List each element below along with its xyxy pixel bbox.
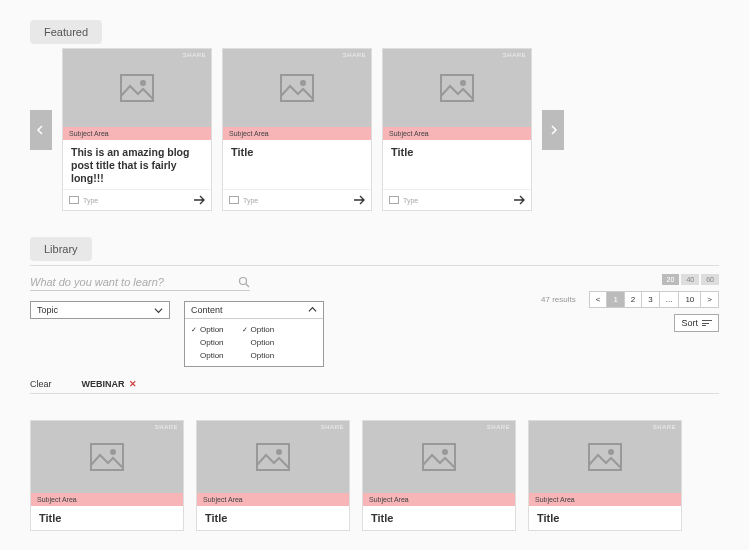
- share-button[interactable]: SHARE: [321, 424, 344, 430]
- pager-page[interactable]: 10: [678, 291, 701, 308]
- chevron-up-icon: [308, 305, 317, 314]
- subject-badge: Subject Area: [223, 127, 371, 140]
- option-item[interactable]: ✓Option: [191, 349, 224, 362]
- share-button[interactable]: SHARE: [653, 424, 676, 430]
- subject-badge: Subject Area: [383, 127, 531, 140]
- svg-point-10: [276, 449, 282, 455]
- card-footer: Type: [223, 189, 371, 210]
- share-button[interactable]: SHARE: [487, 424, 510, 430]
- image-placeholder-icon: [90, 443, 124, 471]
- results-count: 47 results: [541, 295, 576, 304]
- type-icon: [389, 196, 399, 204]
- type-label: Type: [83, 197, 98, 204]
- pager-page[interactable]: 1: [606, 291, 624, 308]
- share-button[interactable]: SHARE: [503, 52, 526, 58]
- pager-prev[interactable]: <: [589, 291, 608, 308]
- option-item[interactable]: ✓Option: [242, 336, 275, 349]
- card-image: SHARE: [197, 421, 349, 493]
- page-size-option[interactable]: 60: [701, 274, 719, 285]
- library-card[interactable]: SHARE Subject Area Title: [30, 420, 184, 531]
- featured-card[interactable]: SHARE Subject Area Title Type: [222, 48, 372, 211]
- card-image: SHARE: [529, 421, 681, 493]
- card-image: SHARE: [63, 49, 211, 127]
- divider: [30, 265, 719, 266]
- search-input[interactable]: What do you want to learn?: [30, 274, 250, 291]
- arrow-right-icon: [548, 125, 558, 135]
- option-label: Option: [200, 325, 224, 334]
- library-card[interactable]: SHARE Subject Area Title: [362, 420, 516, 531]
- featured-card[interactable]: SHARE Subject Area This is an amazing bl…: [62, 48, 212, 211]
- image-placeholder-icon: [588, 443, 622, 471]
- option-label: Option: [251, 338, 275, 347]
- pager-page[interactable]: 3: [641, 291, 659, 308]
- image-placeholder-icon: [256, 443, 290, 471]
- type-icon: [229, 196, 239, 204]
- library-card[interactable]: SHARE Subject Area Title: [196, 420, 350, 531]
- arrow-left-icon: [36, 125, 46, 135]
- share-button[interactable]: SHARE: [183, 52, 206, 58]
- topic-select[interactable]: Topic: [30, 301, 170, 319]
- arrow-right-icon[interactable]: [193, 194, 205, 206]
- svg-rect-11: [423, 444, 455, 470]
- featured-carousel: SHARE Subject Area This is an amazing bl…: [30, 48, 719, 211]
- content-label: Content: [191, 305, 223, 315]
- carousel-next-button[interactable]: [542, 110, 564, 150]
- type-icon: [69, 196, 79, 204]
- svg-point-1: [140, 80, 146, 86]
- option-item[interactable]: ✓Option: [242, 323, 275, 336]
- option-item[interactable]: ✓Option: [191, 323, 224, 336]
- check-icon: ✓: [191, 326, 197, 333]
- arrow-right-icon[interactable]: [353, 194, 365, 206]
- library-card[interactable]: SHARE Subject Area Title: [528, 420, 682, 531]
- option-item[interactable]: ✓Option: [191, 336, 224, 349]
- sort-label: Sort: [681, 318, 698, 328]
- card-image: SHARE: [363, 421, 515, 493]
- svg-point-6: [240, 278, 247, 285]
- option-item[interactable]: ✓Option: [242, 349, 275, 362]
- svg-rect-13: [589, 444, 621, 470]
- content-type: Type: [229, 196, 258, 204]
- library-controls: What do you want to learn? Topic Content…: [30, 274, 719, 389]
- chevron-down-icon: [154, 306, 163, 315]
- subject-badge: Subject Area: [63, 127, 211, 140]
- pager-next[interactable]: >: [700, 291, 719, 308]
- pager-page[interactable]: 2: [624, 291, 642, 308]
- type-label: Type: [243, 197, 258, 204]
- clear-button[interactable]: Clear: [30, 379, 52, 389]
- carousel-prev-button[interactable]: [30, 110, 52, 150]
- content-select[interactable]: Content ✓Option ✓Option ✓Option ✓Option …: [184, 301, 324, 367]
- page-size-option[interactable]: 40: [681, 274, 699, 285]
- svg-point-12: [442, 449, 448, 455]
- share-button[interactable]: SHARE: [155, 424, 178, 430]
- card-image: SHARE: [223, 49, 371, 127]
- svg-point-8: [110, 449, 116, 455]
- arrow-right-icon[interactable]: [513, 194, 525, 206]
- sort-button[interactable]: Sort: [674, 314, 719, 332]
- card-title: Title: [371, 512, 507, 524]
- page-size-option[interactable]: 20: [662, 274, 680, 285]
- svg-rect-9: [257, 444, 289, 470]
- sort-icon: [702, 319, 712, 328]
- svg-point-3: [300, 80, 306, 86]
- search-placeholder: What do you want to learn?: [30, 276, 238, 288]
- card-title: Title: [231, 146, 363, 158]
- content-type: Type: [389, 196, 418, 204]
- image-placeholder-icon: [280, 74, 314, 102]
- type-label: Type: [403, 197, 418, 204]
- library-tab: Library: [30, 237, 92, 261]
- card-footer: Type: [383, 189, 531, 210]
- chip-label: WEBINAR: [82, 379, 125, 389]
- svg-point-14: [608, 449, 614, 455]
- share-button[interactable]: SHARE: [343, 52, 366, 58]
- card-image: SHARE: [383, 49, 531, 127]
- check-icon: ✓: [242, 326, 248, 333]
- featured-card[interactable]: SHARE Subject Area Title Type: [382, 48, 532, 211]
- option-label: Option: [200, 338, 224, 347]
- chip-remove-button[interactable]: ✕: [129, 379, 137, 389]
- subject-badge: Subject Area: [197, 493, 349, 506]
- card-title: Title: [39, 512, 175, 524]
- option-label: Option: [251, 351, 275, 360]
- option-label: Option: [251, 325, 275, 334]
- svg-rect-2: [281, 75, 313, 101]
- page-size-selector: 20 40 60: [662, 274, 719, 285]
